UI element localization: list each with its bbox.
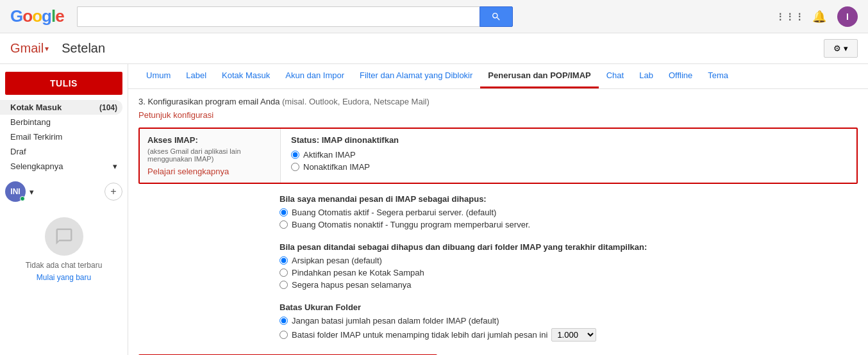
imap-disable-option: Nonaktifkan IMAP bbox=[291, 162, 846, 172]
sidebar-item-inbox-count: (104) bbox=[99, 103, 117, 112]
auto-expunge-on-radio[interactable] bbox=[280, 208, 288, 217]
user-dropdown-arrow: ▾ bbox=[29, 187, 34, 197]
deleted-content: Bila pesan ditandai sebagai dihapus dan … bbox=[280, 242, 858, 292]
tab-tema[interactable]: Tema bbox=[700, 64, 736, 88]
auto-off-option: Buang Otomatis nonaktif - Tunggu program… bbox=[280, 220, 858, 229]
deleted-trash-radio[interactable] bbox=[280, 268, 288, 277]
tab-chat[interactable]: Chat bbox=[599, 64, 631, 88]
folder-size-title: Batas Ukuran Folder bbox=[280, 302, 858, 312]
sidebar-item-more[interactable]: Selengkapnya ▾ bbox=[0, 159, 122, 174]
sidebar: TULIS Kotak Masuk (104) Berbintang Email… bbox=[0, 64, 128, 355]
imap-access-label: Akses IMAP: bbox=[147, 135, 272, 145]
section3-header: 3. Konfigurasikan program email Anda (mi… bbox=[138, 97, 858, 106]
chat-section: Tidak ada chat terbaru Mulai yang baru bbox=[0, 212, 128, 287]
tab-penerusan[interactable]: Penerusan dan POP/IMAP bbox=[480, 64, 598, 88]
imap-enable-label[interactable]: Aktifkan IMAP bbox=[303, 150, 356, 160]
imap-box: Akses IMAP: (akses Gmail dari aplikasi l… bbox=[138, 128, 858, 184]
add-chat-button[interactable]: + bbox=[104, 183, 122, 201]
auto-expunge-on-label[interactable]: Buang Otomatis aktif - Segera perbarui s… bbox=[292, 208, 496, 217]
imap-disable-label[interactable]: Nonaktifkan IMAP bbox=[303, 162, 370, 172]
section3-link[interactable]: Petunjuk konfigurasi bbox=[138, 110, 213, 120]
section3-subtitle: (misal. Outlook, Eudora, Netscape Mail) bbox=[282, 97, 430, 106]
sidebar-item-inbox-label: Kotak Masuk bbox=[10, 103, 62, 112]
limit-radio[interactable] bbox=[280, 331, 288, 339]
no-limit-option: Jangan batasi jumlah pesan dalam folder … bbox=[280, 316, 858, 326]
folder-size-select[interactable]: 1.000 2.000 5.000 10.000 bbox=[551, 328, 596, 342]
folder-size-content: Batas Ukuran Folder Jangan batasi jumlah… bbox=[280, 302, 858, 344]
chevron-down-icon: ▾ bbox=[113, 161, 117, 171]
imap-access-subtext: (akses Gmail dari aplikasi lain mengguna… bbox=[147, 147, 272, 163]
deleted-archive-label[interactable]: Arsipkan pesan (default) bbox=[292, 256, 382, 265]
tab-offline[interactable]: Offline bbox=[661, 64, 700, 88]
settings-dropdown-arrow: ▾ bbox=[844, 44, 848, 53]
deleted-trash-option: Pindahkan pesan ke Kotak Sampah bbox=[280, 268, 858, 277]
section3-title: 3. Konfigurasikan program email Anda bbox=[138, 97, 280, 106]
auto-expunge-title: Bila saya menandai pesan di IMAP sebagai… bbox=[280, 194, 858, 204]
sidebar-item-sent[interactable]: Email Terkirim bbox=[0, 129, 122, 144]
folder-size-label bbox=[138, 302, 280, 304]
compose-button[interactable]: TULIS bbox=[5, 72, 122, 95]
gmail-label[interactable]: Gmail ▾ bbox=[10, 41, 49, 56]
sidebar-item-sent-label: Email Terkirim bbox=[10, 132, 62, 142]
auto-expunge-off-radio[interactable] bbox=[280, 220, 288, 229]
no-limit-label[interactable]: Jangan batasi jumlah pesan dalam folder … bbox=[292, 316, 499, 326]
deleted-archive-option: Arsipkan pesan (default) bbox=[280, 256, 858, 265]
sidebar-item-drafts[interactable]: Draf bbox=[0, 144, 122, 159]
no-limit-radio[interactable] bbox=[280, 317, 288, 325]
topbar: Google ⋮⋮⋮ 🔔 I bbox=[0, 0, 868, 33]
settings-button[interactable]: ⚙ ▾ bbox=[824, 39, 858, 58]
topbar-right: ⋮⋮⋮ 🔔 I bbox=[778, 5, 858, 28]
search-button[interactable] bbox=[480, 6, 513, 27]
tab-filter[interactable]: Filter dan Alamat yang Diblokir bbox=[352, 64, 480, 88]
imap-disable-radio[interactable] bbox=[291, 163, 299, 171]
deleted-purge-option: Segera hapus pesan selamanya bbox=[280, 280, 858, 290]
deleted-row: Bila pesan ditandai sebagai dihapus dan … bbox=[138, 242, 858, 292]
auto-expunge-off-label[interactable]: Buang Otomatis nonaktif - Tunggu program… bbox=[292, 220, 530, 229]
sidebar-item-inbox[interactable]: Kotak Masuk (104) bbox=[0, 100, 122, 115]
sidebar-item-more-label: Selengkapnya bbox=[10, 161, 63, 171]
online-indicator bbox=[20, 196, 25, 201]
auto-expunge-row: Bila saya menandai pesan di IMAP sebagai… bbox=[138, 194, 858, 232]
imap-learn-link[interactable]: Pelajari selengkapnya bbox=[147, 167, 229, 176]
chat-icon bbox=[45, 217, 83, 256]
tab-label[interactable]: Label bbox=[178, 64, 214, 88]
deleted-label bbox=[138, 242, 280, 244]
deleted-title: Bila pesan ditandai sebagai dihapus dan … bbox=[280, 242, 858, 252]
auto-on-option: Buang Otomatis aktif - Segera perbarui s… bbox=[280, 208, 858, 217]
chat-start-link[interactable]: Mulai yang baru bbox=[37, 273, 91, 282]
tab-akun[interactable]: Akun dan Impor bbox=[278, 64, 352, 88]
gmail-dropdown-arrow: ▾ bbox=[45, 44, 49, 53]
chat-no-text: Tidak ada chat terbaru bbox=[10, 261, 117, 270]
auto-expunge-label bbox=[138, 194, 280, 195]
avatar[interactable]: I bbox=[837, 6, 858, 27]
imap-enable-radio[interactable] bbox=[291, 151, 299, 159]
sidebar-item-drafts-label: Draf bbox=[10, 147, 26, 156]
tab-lab[interactable]: Lab bbox=[631, 64, 661, 88]
user-area[interactable]: INI ▾ + bbox=[5, 181, 122, 202]
google-logo: Google bbox=[10, 6, 64, 26]
folder-size-row: Batas Ukuran Folder Jangan batasi jumlah… bbox=[138, 302, 858, 344]
tab-kotak-masuk[interactable]: Kotak Masuk bbox=[214, 64, 278, 88]
limit-label[interactable]: Batasi folder IMAP untuk menamping tidak… bbox=[292, 330, 547, 340]
imap-left: Akses IMAP: (akses Gmail dari aplikasi l… bbox=[140, 129, 281, 183]
auto-expunge-content: Bila saya menandai pesan di IMAP sebagai… bbox=[280, 194, 858, 232]
tab-umum[interactable]: Umum bbox=[138, 64, 178, 88]
notifications-button[interactable]: 🔔 bbox=[808, 5, 831, 28]
limit-option: Batasi folder IMAP untuk menamping tidak… bbox=[280, 328, 858, 342]
gear-icon: ⚙ bbox=[833, 44, 841, 53]
user-avatar: INI bbox=[5, 181, 26, 202]
deleted-archive-radio[interactable] bbox=[280, 256, 288, 265]
deleted-purge-radio[interactable] bbox=[280, 281, 288, 289]
tabs: Umum Label Kotak Masuk Akun dan Impor Fi… bbox=[128, 64, 868, 89]
deleted-purge-label[interactable]: Segera hapus pesan selamanya bbox=[292, 280, 411, 290]
imap-status: Status: IMAP dinonaktifkan bbox=[291, 135, 846, 145]
apps-button[interactable]: ⋮⋮⋮ bbox=[778, 5, 801, 28]
search-input[interactable] bbox=[77, 6, 480, 27]
deleted-trash-label[interactable]: Pindahkan pesan ke Kotak Sampah bbox=[292, 268, 424, 277]
search-bar bbox=[77, 6, 513, 27]
imap-right: Status: IMAP dinonaktifkan Aktifkan IMAP… bbox=[281, 129, 856, 183]
sidebar-item-starred-label: Berbintang bbox=[10, 117, 51, 127]
content-area: Umum Label Kotak Masuk Akun dan Impor Fi… bbox=[128, 64, 868, 355]
sidebar-item-starred[interactable]: Berbintang bbox=[0, 115, 122, 129]
gmail-bar: Gmail ▾ Setelan ⚙ ▾ bbox=[0, 33, 868, 64]
